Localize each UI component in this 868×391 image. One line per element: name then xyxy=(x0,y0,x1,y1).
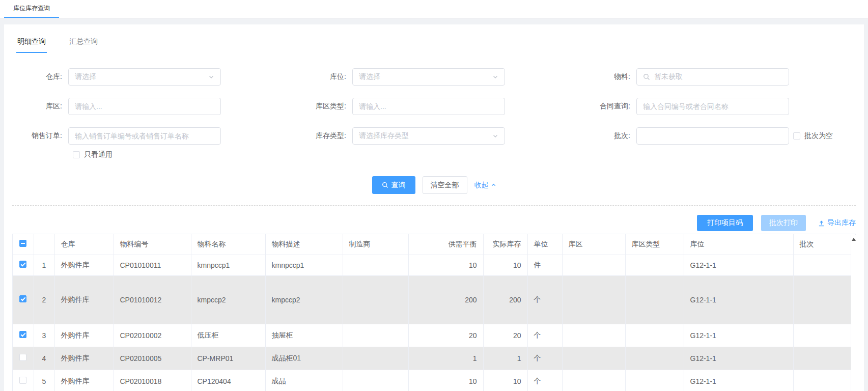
cell-material-no: CP01010012 xyxy=(114,275,191,324)
inventory-type-select[interactable]: 请选择库存类型 xyxy=(352,127,505,145)
zone-input[interactable] xyxy=(68,98,221,115)
export-icon xyxy=(818,220,825,227)
select-all-checkbox[interactable] xyxy=(19,240,26,247)
warehouse-select-placeholder: 请选择 xyxy=(75,72,96,81)
tab-summary-query[interactable]: 汇总查询 xyxy=(68,32,99,53)
cell-batch xyxy=(793,255,856,275)
filter-form: 仓库: 请选择 库位: 请选择 物料: xyxy=(12,68,856,145)
column-header-supply-demand-balance: 供需平衡 xyxy=(408,234,483,255)
cell-zone xyxy=(562,347,625,370)
cell-location: G12-1-1 xyxy=(684,347,793,370)
zone-type-input[interactable] xyxy=(352,98,505,115)
row-checkbox[interactable] xyxy=(19,377,26,384)
cell-manufacturer xyxy=(343,324,408,347)
warehouse-label: 仓库: xyxy=(12,72,68,81)
column-header-material-desc: 物料描述 xyxy=(265,234,343,255)
row-checkbox[interactable] xyxy=(19,295,26,302)
general-only-checkbox-label[interactable]: 只看通用 xyxy=(84,150,113,159)
cell-material-no: CP02010018 xyxy=(114,370,191,391)
dashed-divider xyxy=(12,205,856,206)
table-row[interactable]: 5 外购件库 CP02010018 CP120404 成品 10 10 个 G1… xyxy=(13,370,856,391)
cell-zone xyxy=(562,275,625,324)
cell-warehouse: 外购件库 xyxy=(54,324,114,347)
print-item-code-label: 打印项目码 xyxy=(707,218,743,228)
cell-zone xyxy=(562,255,625,275)
sales-order-input[interactable] xyxy=(68,127,221,145)
cell-zone xyxy=(562,370,625,391)
location-select[interactable]: 请选择 xyxy=(352,68,505,86)
clear-all-button[interactable]: 清空全部 xyxy=(423,176,467,194)
cell-supply-demand-balance: 10 xyxy=(408,370,483,391)
table-header-row: 仓库 物料编号 物料名称 物料描述 制造商 供需平衡 实际库存 单位 库区 库区… xyxy=(13,234,856,255)
cell-actual-stock: 200 xyxy=(483,275,527,324)
row-checkbox[interactable] xyxy=(19,261,26,268)
location-field: 库位: 请选择 xyxy=(277,68,511,86)
batch-empty-checkbox[interactable] xyxy=(793,132,800,139)
query-button-label: 查询 xyxy=(391,181,406,190)
table-row[interactable]: 2 外购件库 CP01010012 kmpccp2 kmpccp2 200 20… xyxy=(13,275,856,324)
filter-row-3: 销售订单: 库存类型: 请选择库存类型 批次: 批次为空 xyxy=(12,127,856,145)
cell-batch xyxy=(793,324,856,347)
cell-material-desc: 成品柜01 xyxy=(265,347,343,370)
batch-empty-checkbox-label[interactable]: 批次为空 xyxy=(804,131,833,141)
row-checkbox[interactable] xyxy=(19,354,26,361)
cell-material-desc: 成品 xyxy=(265,370,343,391)
cell-supply-demand-balance: 1 xyxy=(408,347,483,370)
print-item-code-button[interactable]: 打印项目码 xyxy=(697,215,753,231)
table-row[interactable]: 1 外购件库 CP01010011 kmnpccp1 kmnpccp1 10 1… xyxy=(13,255,856,275)
row-index: 5 xyxy=(34,370,54,391)
scroll-up-icon[interactable] xyxy=(852,238,856,241)
column-header-location: 库位 xyxy=(684,234,793,255)
table-toolbar: 打印项目码 批次打印 导出库存 xyxy=(12,215,856,231)
collapse-link[interactable]: 收起 xyxy=(474,181,496,190)
cell-warehouse: 外购件库 xyxy=(54,255,114,275)
contract-input[interactable] xyxy=(636,98,789,115)
batch-empty-checkbox-group[interactable]: 批次为空 xyxy=(793,131,833,141)
table-scrollbar[interactable] xyxy=(851,235,856,391)
chevron-down-icon xyxy=(492,133,498,139)
cell-batch xyxy=(793,347,856,370)
query-button[interactable]: 查询 xyxy=(372,176,415,194)
cell-material-name: 低压柜 xyxy=(191,324,265,347)
material-field: 物料: 暂未获取 xyxy=(511,68,856,86)
cell-material-no: CP01010011 xyxy=(114,255,191,275)
row-checkbox[interactable] xyxy=(19,331,26,338)
inventory-table: 仓库 物料编号 物料名称 物料描述 制造商 供需平衡 实际库存 单位 库区 库区… xyxy=(12,234,856,391)
material-search-input[interactable]: 暂未获取 xyxy=(636,68,789,86)
general-only-checkbox[interactable] xyxy=(73,151,80,158)
warehouse-select[interactable]: 请选择 xyxy=(68,68,221,86)
cell-zone-type xyxy=(625,275,684,324)
location-inventory-query-page: 库位库存查询 明细查询 汇总查询 仓库: 请选择 库位: xyxy=(0,0,868,391)
window-tab-location-inventory-query[interactable]: 库位库存查询 xyxy=(4,0,59,18)
contract-field: 合同查询: xyxy=(511,98,856,115)
batch-input[interactable] xyxy=(636,127,789,145)
cell-actual-stock: 10 xyxy=(483,255,527,275)
cell-actual-stock: 20 xyxy=(483,324,527,347)
window-tab-bar: 库位库存查询 xyxy=(0,0,868,18)
batch-print-button[interactable]: 批次打印 xyxy=(761,215,806,231)
cell-material-desc: kmnpccp1 xyxy=(265,255,343,275)
query-tabs: 明细查询 汇总查询 xyxy=(16,24,856,53)
cell-zone-type xyxy=(625,324,684,347)
cell-unit: 件 xyxy=(527,255,562,275)
export-inventory-link[interactable]: 导出库存 xyxy=(818,218,856,228)
cell-manufacturer xyxy=(343,370,408,391)
column-header-batch: 批次 xyxy=(793,234,856,255)
table-row[interactable]: 4 外购件库 CP02010005 CP-MRP01 成品柜01 1 1 个 G… xyxy=(13,347,856,370)
inventory-type-select-placeholder: 请选择库存类型 xyxy=(359,131,409,141)
warehouse-field: 仓库: 请选择 xyxy=(12,68,277,86)
export-inventory-label: 导出库存 xyxy=(827,218,856,228)
cell-material-name: kmpccp2 xyxy=(191,275,265,324)
column-header-zone: 库区 xyxy=(562,234,625,255)
cell-material-desc: 抽屉柜 xyxy=(265,324,343,347)
cell-supply-demand-balance: 200 xyxy=(408,275,483,324)
contract-label: 合同查询: xyxy=(511,102,636,111)
filter-row-1: 仓库: 请选择 库位: 请选择 物料: xyxy=(12,68,856,86)
cell-warehouse: 外购件库 xyxy=(54,347,114,370)
table-row[interactable]: 3 外购件库 CP02010002 低压柜 抽屉柜 20 20 个 G12-1-… xyxy=(13,324,856,347)
search-icon xyxy=(382,182,388,188)
tab-detail-query[interactable]: 明细查询 xyxy=(16,32,47,53)
cell-unit: 个 xyxy=(527,275,562,324)
cell-warehouse: 外购件库 xyxy=(54,275,114,324)
location-label: 库位: xyxy=(277,72,352,81)
